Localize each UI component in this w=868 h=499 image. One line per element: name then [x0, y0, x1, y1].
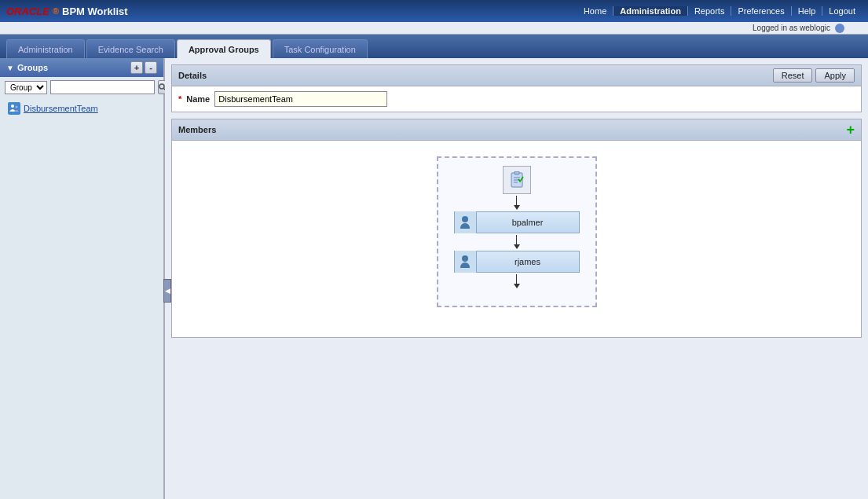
member-name-bpalmer: bpalmer: [477, 218, 579, 227]
required-indicator: *: [178, 94, 181, 104]
person-icon: [460, 216, 470, 229]
nav-logout[interactable]: Logout: [822, 6, 862, 16]
tab-bar: Administration Evidence Search Approval …: [0, 35, 868, 58]
header-left: ORACLE ® BPM Worklist: [6, 6, 128, 17]
group-item-label: DisbursementTeam: [24, 104, 98, 113]
logged-in-bar: Logged in as weblogic: [0, 22, 868, 35]
clipboard-icon: [509, 171, 525, 189]
tab-evidence-search[interactable]: Evidence Search: [86, 39, 175, 58]
members-diagram: bpalmer: [172, 141, 861, 337]
arrow-to-bpalmer: [514, 196, 520, 210]
reset-button[interactable]: Reset: [773, 68, 813, 83]
details-title: Details: [178, 71, 207, 80]
member-row-rjames[interactable]: rjames: [454, 251, 580, 273]
svg-point-0: [159, 84, 164, 89]
tab-approval-groups[interactable]: Approval Groups: [177, 39, 271, 58]
approval-chain: bpalmer: [437, 156, 597, 307]
oracle-brand: ORACLE: [6, 6, 49, 17]
nav-preferences[interactable]: Preferences: [731, 6, 791, 16]
header: ORACLE ® BPM Worklist Home Administratio…: [0, 0, 868, 22]
person-icon-2: [460, 255, 470, 268]
logged-in-label: Logged in as weblogic: [753, 24, 830, 32]
remove-group-button[interactable]: -: [145, 61, 157, 74]
nav-home[interactable]: Home: [577, 6, 613, 16]
group-filter-select[interactable]: Group: [5, 81, 47, 94]
app-title: BPM Worklist: [62, 6, 128, 17]
sidebar-items: DisbursementTeam: [0, 97, 163, 119]
name-row: * Name: [172, 86, 861, 112]
tab-administration[interactable]: Administration: [6, 39, 85, 58]
nav-reports[interactable]: Reports: [688, 6, 732, 16]
tab-task-configuration[interactable]: Task Configuration: [273, 39, 368, 58]
name-input[interactable]: [214, 91, 387, 107]
approval-initiator: [503, 166, 531, 194]
apply-button[interactable]: Apply: [815, 68, 855, 83]
svg-point-3: [16, 106, 18, 108]
sidebar-header: ▼ Groups + -: [0, 58, 163, 77]
svg-point-2: [11, 105, 14, 108]
member-name-rjames: rjames: [477, 257, 579, 266]
content-area: Details Reset Apply * Name Members +: [165, 58, 868, 499]
members-title: Members: [178, 125, 216, 134]
nav-help[interactable]: Help: [792, 6, 823, 16]
nav-administration[interactable]: Administration: [613, 6, 688, 16]
member-icon-bpalmer: [455, 211, 477, 233]
details-buttons: Reset Apply: [773, 68, 855, 83]
sidebar-collapse-icon[interactable]: ▼: [6, 64, 14, 72]
members-section: Members +: [171, 119, 862, 338]
sidebar-search-input[interactable]: [50, 80, 155, 94]
member-row-bpalmer[interactable]: bpalmer: [454, 211, 580, 233]
member-icon-rjames: [455, 251, 477, 273]
arrow-end: [514, 274, 520, 288]
sidebar-title: Groups: [17, 63, 48, 72]
sidebar-item-disbursementteam[interactable]: DisbursementTeam: [5, 101, 159, 116]
main-layout: ▼ Groups + - Group: [0, 58, 868, 499]
members-header: Members +: [172, 119, 861, 141]
header-nav: Home Administration Reports Preferences …: [577, 6, 862, 16]
add-group-button[interactable]: +: [130, 61, 143, 74]
disk-icon: [835, 24, 844, 33]
arrow-to-rjames: [514, 235, 520, 249]
oracle-trademark: ®: [53, 6, 59, 16]
add-member-button[interactable]: +: [846, 123, 855, 137]
details-header: Details Reset Apply: [172, 65, 861, 86]
name-field-label: Name: [186, 94, 210, 104]
svg-rect-5: [515, 171, 519, 174]
details-section: Details Reset Apply * Name: [171, 64, 862, 112]
sidebar-collapse-button[interactable]: ◀: [163, 279, 171, 303]
sidebar-btn-group: + -: [130, 61, 157, 74]
group-people-icon: [9, 104, 19, 113]
sidebar: ▼ Groups + - Group: [0, 58, 165, 499]
oracle-logo: ORACLE ® BPM Worklist: [6, 6, 128, 17]
group-icon: [8, 102, 20, 115]
sidebar-search: Group: [0, 77, 163, 97]
